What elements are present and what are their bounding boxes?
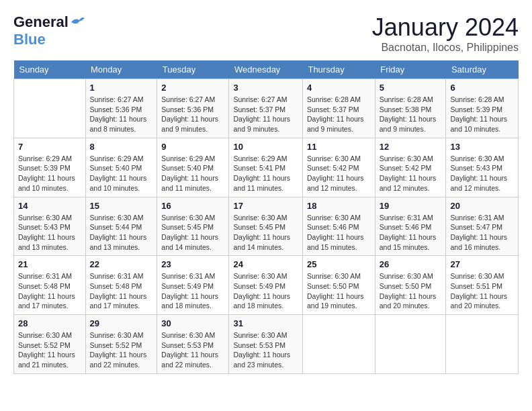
logo-blue: Blue — [13, 31, 46, 48]
calendar-cell: 13Sunrise: 6:30 AMSunset: 5:43 PMDayligh… — [446, 138, 519, 197]
day-number: 27 — [450, 259, 514, 269]
day-info: Sunrise: 6:27 AMSunset: 5:37 PMDaylight:… — [233, 95, 298, 134]
day-number: 30 — [161, 318, 224, 328]
calendar-cell: 6Sunrise: 6:28 AMSunset: 5:39 PMDaylight… — [446, 79, 519, 138]
calendar-cell: 10Sunrise: 6:29 AMSunset: 5:41 PMDayligh… — [229, 138, 303, 197]
month-title: January 2024 — [372, 13, 519, 42]
calendar-cell: 2Sunrise: 6:27 AMSunset: 5:36 PMDaylight… — [157, 79, 229, 138]
day-number: 12 — [380, 142, 442, 152]
calendar-cell: 11Sunrise: 6:30 AMSunset: 5:42 PMDayligh… — [302, 138, 375, 197]
day-number: 16 — [161, 201, 224, 211]
calendar-table: SundayMondayTuesdayWednesdayThursdayFrid… — [13, 60, 519, 374]
day-number: 21 — [18, 259, 81, 269]
day-info: Sunrise: 6:29 AMSunset: 5:39 PMDaylight:… — [18, 154, 81, 193]
day-number: 13 — [450, 142, 514, 152]
weekday-header-friday: Friday — [375, 60, 446, 79]
day-info: Sunrise: 6:28 AMSunset: 5:39 PMDaylight:… — [450, 95, 514, 134]
day-info: Sunrise: 6:30 AMSunset: 5:50 PMDaylight:… — [380, 271, 442, 311]
day-info: Sunrise: 6:30 AMSunset: 5:46 PMDaylight:… — [307, 213, 371, 253]
day-info: Sunrise: 6:30 AMSunset: 5:42 PMDaylight:… — [307, 154, 371, 193]
calendar-cell: 3Sunrise: 6:27 AMSunset: 5:37 PMDaylight… — [229, 79, 303, 138]
calendar-cell: 27Sunrise: 6:30 AMSunset: 5:51 PMDayligh… — [446, 256, 519, 315]
calendar-cell: 1Sunrise: 6:27 AMSunset: 5:36 PMDaylight… — [85, 79, 157, 138]
day-number: 8 — [90, 142, 153, 152]
day-number: 14 — [18, 201, 81, 211]
weekday-header-thursday: Thursday — [302, 60, 375, 79]
day-info: Sunrise: 6:28 AMSunset: 5:37 PMDaylight:… — [307, 95, 371, 134]
calendar-cell: 20Sunrise: 6:31 AMSunset: 5:47 PMDayligh… — [446, 197, 519, 256]
day-info: Sunrise: 6:31 AMSunset: 5:48 PMDaylight:… — [90, 271, 153, 311]
calendar-cell: 5Sunrise: 6:28 AMSunset: 5:38 PMDaylight… — [375, 79, 446, 138]
day-number: 23 — [161, 259, 224, 269]
week-row-5: 28Sunrise: 6:30 AMSunset: 5:52 PMDayligh… — [14, 315, 519, 374]
day-number: 19 — [380, 201, 442, 211]
logo-bird-icon — [70, 16, 85, 28]
logo: General Blue — [13, 13, 85, 48]
calendar-cell: 29Sunrise: 6:30 AMSunset: 5:52 PMDayligh… — [85, 315, 157, 374]
calendar-cell: 23Sunrise: 6:31 AMSunset: 5:49 PMDayligh… — [157, 256, 229, 315]
day-number: 2 — [161, 83, 224, 93]
title-block: January 2024 Bacnotan, Ilocos, Philippin… — [372, 13, 519, 54]
day-info: Sunrise: 6:29 AMSunset: 5:40 PMDaylight:… — [161, 154, 224, 193]
day-number: 4 — [307, 83, 371, 93]
calendar-cell: 26Sunrise: 6:30 AMSunset: 5:50 PMDayligh… — [375, 256, 446, 315]
day-info: Sunrise: 6:31 AMSunset: 5:48 PMDaylight:… — [18, 271, 81, 311]
weekday-header-saturday: Saturday — [446, 60, 519, 79]
day-info: Sunrise: 6:31 AMSunset: 5:46 PMDaylight:… — [380, 213, 442, 253]
calendar-cell — [375, 315, 446, 374]
day-info: Sunrise: 6:31 AMSunset: 5:49 PMDaylight:… — [161, 271, 224, 311]
day-number: 26 — [380, 259, 442, 269]
week-row-1: 1Sunrise: 6:27 AMSunset: 5:36 PMDaylight… — [14, 79, 519, 138]
calendar-cell: 14Sunrise: 6:30 AMSunset: 5:43 PMDayligh… — [14, 197, 86, 256]
day-number: 29 — [90, 318, 153, 328]
day-info: Sunrise: 6:30 AMSunset: 5:43 PMDaylight:… — [450, 154, 514, 193]
day-number: 9 — [161, 142, 224, 152]
calendar-cell: 17Sunrise: 6:30 AMSunset: 5:45 PMDayligh… — [229, 197, 303, 256]
day-info: Sunrise: 6:28 AMSunset: 5:38 PMDaylight:… — [380, 95, 442, 134]
weekday-header-row: SundayMondayTuesdayWednesdayThursdayFrid… — [14, 60, 519, 79]
day-number: 22 — [90, 259, 153, 269]
day-info: Sunrise: 6:27 AMSunset: 5:36 PMDaylight:… — [90, 95, 153, 134]
calendar-cell: 12Sunrise: 6:30 AMSunset: 5:42 PMDayligh… — [375, 138, 446, 197]
calendar-cell: 21Sunrise: 6:31 AMSunset: 5:48 PMDayligh… — [14, 256, 86, 315]
day-number: 11 — [307, 142, 371, 152]
day-number: 7 — [18, 142, 81, 152]
day-number: 28 — [18, 318, 81, 328]
day-number: 3 — [233, 83, 298, 93]
calendar-cell: 22Sunrise: 6:31 AMSunset: 5:48 PMDayligh… — [85, 256, 157, 315]
week-row-4: 21Sunrise: 6:31 AMSunset: 5:48 PMDayligh… — [14, 256, 519, 315]
calendar-cell: 19Sunrise: 6:31 AMSunset: 5:46 PMDayligh… — [375, 197, 446, 256]
calendar-cell: 31Sunrise: 6:30 AMSunset: 5:53 PMDayligh… — [229, 315, 303, 374]
weekday-header-monday: Monday — [85, 60, 157, 79]
week-row-3: 14Sunrise: 6:30 AMSunset: 5:43 PMDayligh… — [14, 197, 519, 256]
day-info: Sunrise: 6:27 AMSunset: 5:36 PMDaylight:… — [161, 95, 224, 134]
day-info: Sunrise: 6:30 AMSunset: 5:52 PMDaylight:… — [90, 330, 153, 370]
day-number: 25 — [307, 259, 371, 269]
day-number: 31 — [233, 318, 298, 328]
calendar-cell — [302, 315, 375, 374]
day-info: Sunrise: 6:31 AMSunset: 5:47 PMDaylight:… — [450, 213, 514, 253]
calendar-cell: 24Sunrise: 6:30 AMSunset: 5:49 PMDayligh… — [229, 256, 303, 315]
calendar-cell: 30Sunrise: 6:30 AMSunset: 5:53 PMDayligh… — [157, 315, 229, 374]
day-info: Sunrise: 6:30 AMSunset: 5:43 PMDaylight:… — [18, 213, 81, 253]
page-header: General Blue January 2024 Bacnotan, Iloc… — [13, 13, 519, 54]
day-number: 5 — [380, 83, 442, 93]
week-row-2: 7Sunrise: 6:29 AMSunset: 5:39 PMDaylight… — [14, 138, 519, 197]
weekday-header-tuesday: Tuesday — [157, 60, 229, 79]
day-info: Sunrise: 6:30 AMSunset: 5:44 PMDaylight:… — [90, 213, 153, 253]
day-number: 17 — [233, 201, 298, 211]
calendar-cell: 16Sunrise: 6:30 AMSunset: 5:45 PMDayligh… — [157, 197, 229, 256]
day-info: Sunrise: 6:30 AMSunset: 5:50 PMDaylight:… — [307, 271, 371, 311]
calendar-cell: 25Sunrise: 6:30 AMSunset: 5:50 PMDayligh… — [302, 256, 375, 315]
day-number: 15 — [90, 201, 153, 211]
day-info: Sunrise: 6:30 AMSunset: 5:42 PMDaylight:… — [380, 154, 442, 193]
day-info: Sunrise: 6:30 AMSunset: 5:51 PMDaylight:… — [450, 271, 514, 311]
calendar-cell: 4Sunrise: 6:28 AMSunset: 5:37 PMDaylight… — [302, 79, 375, 138]
day-number: 24 — [233, 259, 298, 269]
day-info: Sunrise: 6:29 AMSunset: 5:40 PMDaylight:… — [90, 154, 153, 193]
day-info: Sunrise: 6:30 AMSunset: 5:53 PMDaylight:… — [233, 330, 298, 370]
day-number: 1 — [90, 83, 153, 93]
logo-general: General — [13, 13, 69, 31]
day-number: 6 — [450, 83, 514, 93]
day-info: Sunrise: 6:29 AMSunset: 5:41 PMDaylight:… — [233, 154, 298, 193]
